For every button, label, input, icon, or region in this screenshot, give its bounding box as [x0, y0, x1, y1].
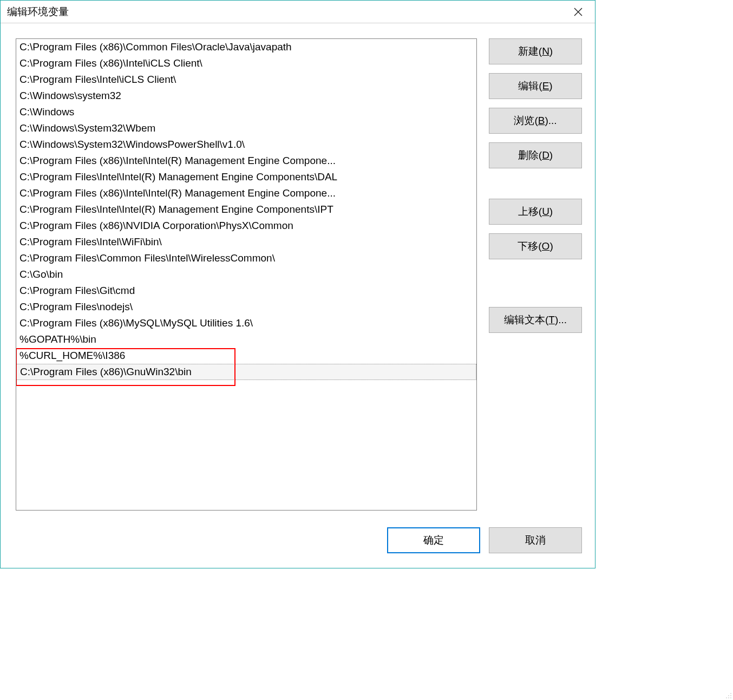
delete-button[interactable]: 删除(D): [489, 142, 582, 168]
list-item[interactable]: C:\Program Files (x86)\Intel\iCLS Client…: [16, 55, 476, 71]
list-item[interactable]: %CURL_HOME%\I386: [16, 348, 476, 364]
side-button-column: 新建(N) 编辑(E) 浏览(B)... 删除(D) 上移(U) 下移(O) 编…: [489, 38, 582, 511]
list-item[interactable]: C:\Program Files\Common Files\Intel\Wire…: [16, 250, 476, 266]
list-item[interactable]: C:\Windows\System32\Wbem: [16, 120, 476, 136]
list-item[interactable]: C:\Program Files (x86)\Common Files\Orac…: [16, 39, 476, 55]
list-item[interactable]: C:\Program Files (x86)\GnuWin32\bin: [16, 364, 476, 380]
close-icon: [574, 8, 583, 16]
list-item[interactable]: %GOPATH%\bin: [16, 331, 476, 348]
list-item[interactable]: C:\Windows\System32\WindowsPowerShell\v1…: [16, 136, 476, 153]
path-listbox[interactable]: C:\Program Files (x86)\Common Files\Orac…: [16, 38, 477, 511]
list-item[interactable]: C:\Program Files (x86)\Intel\Intel(R) Ma…: [16, 153, 476, 169]
list-item[interactable]: C:\Go\bin: [16, 266, 476, 283]
dialog-footer: 确定 取消: [16, 521, 582, 559]
list-item[interactable]: C:\Program Files (x86)\MySQL\MySQL Utili…: [16, 315, 476, 331]
list-item[interactable]: C:\Program Files\Intel\iCLS Client\: [16, 71, 476, 88]
list-item[interactable]: C:\Windows: [16, 104, 476, 120]
window-title: 编辑环境变量: [7, 5, 69, 19]
list-item[interactable]: C:\Program Files\Intel\Intel(R) Manageme…: [16, 169, 476, 185]
new-button[interactable]: 新建(N): [489, 38, 582, 64]
list-item[interactable]: C:\Program Files\Intel\Intel(R) Manageme…: [16, 201, 476, 218]
titlebar: 编辑环境变量: [1, 1, 595, 23]
cancel-button[interactable]: 取消: [489, 527, 582, 553]
edit-button[interactable]: 编辑(E): [489, 73, 582, 99]
list-item[interactable]: C:\Program Files\Intel\WiFi\bin\: [16, 234, 476, 250]
list-item[interactable]: C:\Program Files\Git\cmd: [16, 283, 476, 299]
browse-button[interactable]: 浏览(B)...: [489, 108, 582, 134]
list-item[interactable]: C:\Program Files (x86)\NVIDIA Corporatio…: [16, 218, 476, 234]
move-up-button[interactable]: 上移(U): [489, 199, 582, 225]
list-item[interactable]: C:\Program Files\nodejs\: [16, 299, 476, 315]
list-item[interactable]: C:\Windows\system32: [16, 88, 476, 104]
edit-text-button[interactable]: 编辑文本(T)...: [489, 307, 582, 333]
list-item[interactable]: C:\Program Files (x86)\Intel\Intel(R) Ma…: [16, 185, 476, 201]
dialog-content: C:\Program Files (x86)\Common Files\Orac…: [1, 23, 595, 568]
ok-button[interactable]: 确定: [387, 527, 480, 553]
move-down-button[interactable]: 下移(O): [489, 233, 582, 259]
close-button[interactable]: [568, 3, 588, 21]
main-row: C:\Program Files (x86)\Common Files\Orac…: [16, 38, 582, 511]
